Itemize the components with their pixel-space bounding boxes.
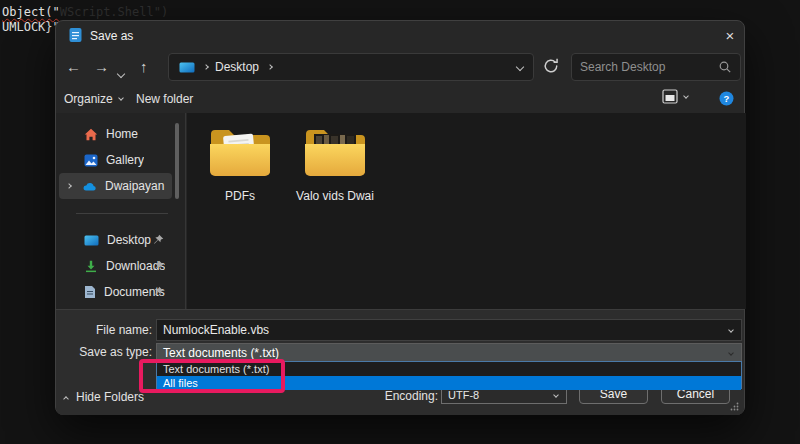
background-code-line-1: Object("WScript.Shell") bbox=[2, 5, 168, 19]
title-bar: Save as × bbox=[56, 21, 744, 49]
pin-icon[interactable] bbox=[153, 260, 164, 271]
breadcrumb-chevron-icon bbox=[267, 64, 273, 70]
sidebar-separator bbox=[76, 213, 168, 214]
view-options-button[interactable] bbox=[662, 89, 688, 104]
file-list-area: PDFs Valo vids Dwai bbox=[187, 113, 746, 309]
up-button[interactable]: ↑ bbox=[140, 59, 148, 75]
organize-button[interactable]: Organize bbox=[64, 92, 123, 106]
sidebar-item-label: Gallery bbox=[106, 153, 144, 167]
pin-icon[interactable] bbox=[153, 286, 164, 297]
breadcrumb-segment-desktop[interactable]: Desktop bbox=[215, 60, 259, 74]
encoding-label: Encoding: bbox=[350, 389, 438, 403]
search-icon bbox=[718, 60, 732, 74]
new-folder-button[interactable]: New folder bbox=[136, 92, 193, 106]
view-mode-icon bbox=[662, 89, 678, 104]
navigation-pane: Home Gallery Dwaipayan - Per bbox=[56, 113, 186, 309]
documents-icon bbox=[84, 285, 96, 299]
file-name-label: File name: bbox=[64, 323, 152, 337]
save-form-panel: File name: Save as type: Text documents … bbox=[56, 309, 744, 415]
sidebar-item-label: Dwaipayan - Per bbox=[105, 179, 167, 193]
sidebar-item-onedrive[interactable]: Dwaipayan - Per bbox=[59, 173, 172, 199]
folder-video-icon bbox=[303, 125, 367, 179]
expand-chevron-icon[interactable] bbox=[66, 183, 72, 189]
pin-icon[interactable] bbox=[153, 234, 164, 245]
save-as-dialog: Save as × ← → ↑ Desktop bbox=[55, 20, 745, 415]
sidebar-item-home[interactable]: Home bbox=[56, 121, 180, 147]
save-as-type-value: Text documents (*.txt) bbox=[163, 346, 279, 360]
chevron-down-icon bbox=[683, 93, 689, 99]
chevron-down-icon bbox=[728, 350, 734, 356]
gallery-icon bbox=[84, 154, 98, 167]
refresh-button[interactable] bbox=[542, 57, 564, 79]
address-history-chevron-icon[interactable] bbox=[516, 63, 524, 71]
desktop-icon bbox=[84, 235, 99, 246]
code-fragment-dim: WScript.Shell") bbox=[60, 5, 168, 19]
dialog-title: Save as bbox=[90, 29, 133, 43]
file-name-input[interactable] bbox=[157, 320, 741, 340]
save-as-type-label: Save as type: bbox=[64, 345, 152, 359]
folder-name: Valo vids Dwai bbox=[290, 189, 380, 203]
downloads-icon bbox=[84, 260, 98, 273]
svg-text:?: ? bbox=[724, 93, 730, 104]
sidebar-scrollbar[interactable] bbox=[175, 123, 179, 199]
close-button[interactable]: × bbox=[716, 26, 744, 46]
breadcrumb-chevron-icon bbox=[203, 64, 209, 70]
refresh-icon bbox=[542, 57, 560, 75]
close-icon: × bbox=[726, 27, 735, 44]
desktop-location-icon bbox=[179, 62, 195, 73]
desktop-screen: Object("WScript.Shell") UMLOCK}" Save as… bbox=[0, 0, 800, 444]
folder-pdf-icon bbox=[208, 125, 272, 179]
chevron-down-icon bbox=[117, 70, 125, 78]
forward-button[interactable]: → bbox=[94, 59, 109, 75]
search-box[interactable] bbox=[571, 53, 741, 81]
code-fragment-object: Object(" bbox=[2, 5, 60, 19]
up-arrow-icon: ↑ bbox=[140, 58, 148, 75]
folder-name: PDFs bbox=[195, 189, 285, 203]
back-button[interactable]: ← bbox=[66, 59, 81, 75]
annotation-highlight-box bbox=[139, 359, 285, 393]
chevron-down-icon bbox=[553, 392, 559, 398]
help-button[interactable]: ? bbox=[719, 91, 734, 110]
new-folder-label: New folder bbox=[136, 92, 193, 106]
forward-arrow-icon: → bbox=[94, 58, 109, 75]
sidebar-item-downloads[interactable]: Downloads bbox=[56, 253, 180, 279]
sidebar-item-documents[interactable]: Documents bbox=[56, 279, 180, 305]
hide-folders-label: Hide Folders bbox=[76, 390, 144, 404]
sidebar-item-gallery[interactable]: Gallery bbox=[56, 147, 180, 173]
sidebar-item-label: Desktop bbox=[107, 233, 151, 247]
file-name-combobox[interactable] bbox=[156, 319, 742, 341]
folder-item-valo-vids[interactable]: Valo vids Dwai bbox=[290, 125, 380, 203]
search-input[interactable] bbox=[580, 60, 700, 74]
recent-locations-button[interactable] bbox=[118, 63, 124, 81]
background-code-line-2: UMLOCK}" bbox=[2, 20, 60, 34]
organize-label: Organize bbox=[64, 92, 113, 106]
help-icon: ? bbox=[719, 91, 734, 106]
home-icon bbox=[84, 128, 98, 141]
chevron-down-icon bbox=[118, 95, 124, 101]
resize-grip[interactable] bbox=[730, 402, 739, 411]
hide-folders-button[interactable]: Hide Folders bbox=[64, 390, 144, 404]
back-arrow-icon: ← bbox=[66, 58, 81, 75]
address-bar[interactable]: Desktop bbox=[168, 53, 534, 81]
sidebar-item-desktop[interactable]: Desktop bbox=[56, 227, 180, 253]
folder-item-pdfs[interactable]: PDFs bbox=[195, 125, 285, 203]
encoding-value: UTF-8 bbox=[448, 389, 479, 401]
notepad-icon bbox=[69, 27, 82, 43]
sidebar-item-label: Home bbox=[106, 127, 138, 141]
onedrive-cloud-icon bbox=[82, 181, 97, 191]
chevron-up-icon bbox=[63, 396, 69, 402]
